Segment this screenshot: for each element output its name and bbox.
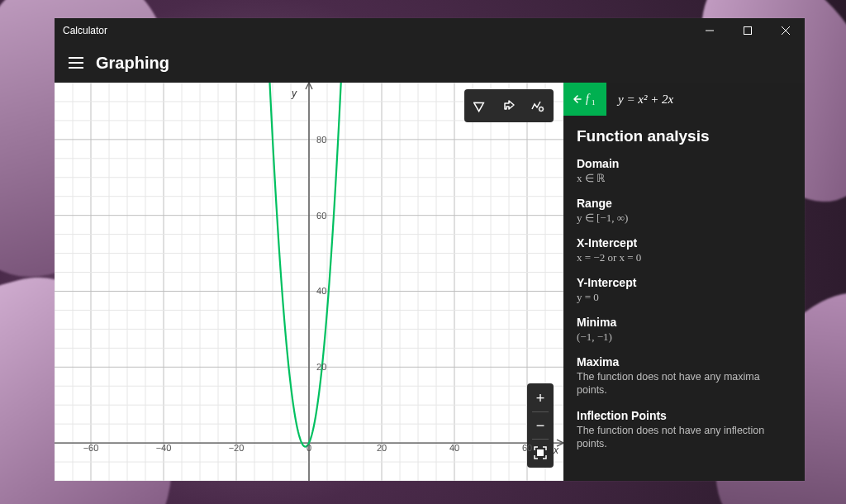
prop-maxima: Maxima The function does not have any ma…: [577, 355, 791, 397]
prop-yintercept-label: Y-Intercept: [577, 276, 791, 289]
header: Graphing: [55, 43, 805, 83]
hamburger-menu-button[interactable]: [59, 46, 93, 79]
back-button[interactable]: f 1: [563, 83, 606, 116]
function-expression: y = x² + 2x: [606, 93, 673, 107]
prop-inflection: Inflection Points The function does not …: [577, 409, 791, 451]
x-tick: −60: [83, 443, 99, 453]
y-tick: 40: [316, 286, 326, 296]
prop-range-value: y ∈ [−1, ∞): [577, 212, 791, 225]
x-tick: 20: [377, 443, 387, 453]
graph-canvas[interactable]: y x + − −6: [55, 83, 563, 481]
x-tick: −20: [229, 443, 245, 453]
prop-xintercept: X-Intercept x = −2 or x = 0: [577, 236, 791, 264]
svg-rect-61: [537, 449, 544, 456]
maximize-button[interactable]: [729, 18, 767, 43]
zoom-out-button[interactable]: −: [529, 414, 552, 437]
prop-yintercept: Y-Intercept y = 0: [577, 276, 791, 304]
prop-minima-value: (−1, −1): [577, 330, 791, 344]
analysis-panel: f 1 y = x² + 2x Function analysis Domain…: [563, 83, 805, 481]
minimize-button[interactable]: [691, 18, 729, 43]
close-button[interactable]: [767, 18, 805, 43]
prop-domain-value: x ∈ ℝ: [577, 172, 791, 185]
graph-plot: [55, 83, 563, 481]
prop-xintercept-value: x = −2 or x = 0: [577, 251, 791, 264]
titlebar[interactable]: Calculator: [55, 18, 805, 43]
prop-range-label: Range: [577, 197, 791, 210]
prop-minima: Minima (−1, −1): [577, 316, 791, 344]
x-tick: 40: [449, 443, 459, 453]
calculator-window: Calculator Graphing y x: [55, 18, 805, 481]
prop-xintercept-label: X-Intercept: [577, 236, 791, 250]
function-header: f 1 y = x² + 2x: [563, 83, 805, 116]
prop-maxima-desc: The function does not have any maxima po…: [577, 370, 791, 397]
prop-domain-label: Domain: [577, 157, 791, 170]
svg-text:1: 1: [592, 98, 596, 107]
analysis-title: Function analysis: [577, 127, 791, 145]
prop-minima-label: Minima: [577, 316, 791, 329]
zoom-fit-button[interactable]: [529, 441, 552, 464]
x-axis-label: x: [554, 445, 558, 456]
prop-inflection-desc: The function does not have any inflectio…: [577, 424, 791, 451]
app-title: Calculator: [63, 25, 107, 36]
graph-options-button[interactable]: [524, 93, 550, 119]
x-tick: −40: [156, 443, 172, 453]
x-tick: 60: [522, 443, 532, 453]
trace-tool-button[interactable]: [468, 93, 494, 119]
share-button[interactable]: [496, 93, 522, 119]
mode-title: Graphing: [96, 54, 169, 73]
zoom-controls: + −: [527, 383, 554, 468]
prop-maxima-label: Maxima: [577, 355, 791, 368]
zoom-in-button[interactable]: +: [529, 387, 552, 410]
y-axis-label: y: [292, 88, 297, 99]
graph-toolbar: [464, 89, 554, 122]
x-tick: 0: [307, 443, 311, 453]
y-tick: 80: [316, 135, 326, 145]
svg-text:f: f: [586, 93, 591, 105]
y-tick: 20: [316, 362, 326, 372]
prop-domain: Domain x ∈ ℝ: [577, 157, 791, 185]
svg-rect-1: [744, 27, 752, 35]
prop-yintercept-value: y = 0: [577, 291, 791, 304]
prop-inflection-label: Inflection Points: [577, 409, 791, 422]
y-tick: 60: [316, 211, 326, 221]
prop-range: Range y ∈ [−1, ∞): [577, 197, 791, 225]
